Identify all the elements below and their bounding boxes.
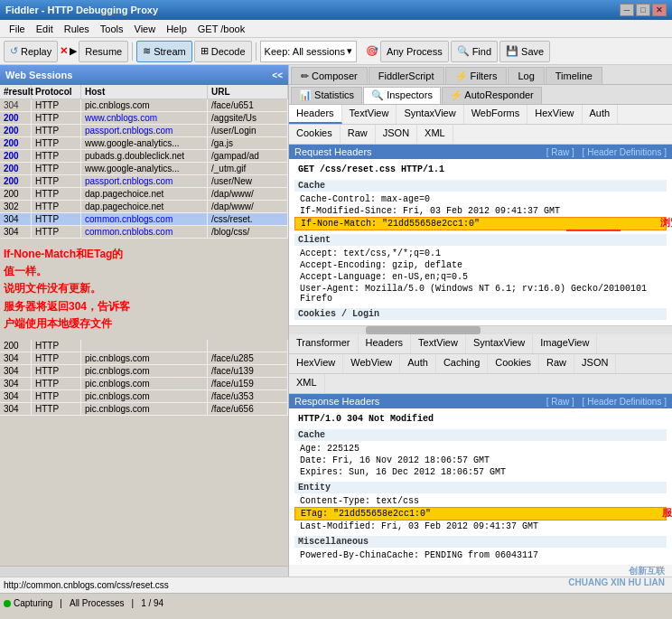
request-headers-content[interactable]: GET /css/reset.css HTTP/1.1 Cache Cache-… xyxy=(289,159,672,325)
table-row[interactable]: 304 HTTP pic.cnblogs.com /face/u159 xyxy=(0,378,288,390)
web-sessions-title: Web Sessions xyxy=(5,70,72,80)
annotation-line1: If-None-Match和ETag的 xyxy=(4,246,285,263)
table-row[interactable]: 304 HTTP common.cnblogs.com /css/reset. xyxy=(0,213,288,226)
col-protocol: Protocol xyxy=(32,85,81,98)
req-tab-webforms[interactable]: WebForms xyxy=(464,105,528,124)
response-headers-content[interactable]: HTTP/1.0 304 Not Modified Cache Age: 225… xyxy=(289,408,672,577)
table-row[interactable]: 302 HTTP dap.pagechoice.net /dap/www/ xyxy=(0,201,288,213)
toolbar-separator-1 xyxy=(132,42,133,61)
trans-tab-cookies[interactable]: Cookies xyxy=(488,354,539,373)
response-raw-link[interactable]: [ Raw ] xyxy=(546,397,574,407)
menu-view[interactable]: View xyxy=(129,22,162,36)
req-scrollbar-thumb[interactable] xyxy=(366,326,481,334)
request-raw-link[interactable]: [ Raw ] xyxy=(546,147,574,157)
accept-encoding-line: Accept-Encoding: gzip, deflate xyxy=(294,259,667,271)
status-dot xyxy=(4,600,11,607)
req-scrollbar[interactable] xyxy=(289,325,672,334)
table-row[interactable]: 200 HTTP passport.cnblogs.com /user/New xyxy=(0,175,288,188)
table-row[interactable]: 200 HTTP www.google-analytics... /ga.js xyxy=(0,137,288,150)
replay-button[interactable]: ↺ Replay xyxy=(4,41,58,62)
table-row[interactable]: 200 HTTP www.cnblogs.com /aggsite/Us xyxy=(0,112,288,125)
req-tab-auth[interactable]: Auth xyxy=(583,105,619,124)
trans-tab-hexview[interactable]: HexView xyxy=(289,354,343,373)
menu-help[interactable]: Help xyxy=(161,22,192,36)
response-status-line: HTTP/1.0 304 Not Modified xyxy=(294,412,667,426)
horizontal-scrollbar[interactable] xyxy=(0,566,288,577)
tab-timeline[interactable]: Timeline xyxy=(546,67,602,84)
table-row[interactable]: 200 HTTP xyxy=(0,340,288,352)
title-bar: Fiddler - HTTP Debugging Proxy ─ □ ✕ xyxy=(0,0,672,20)
tab-inspectors[interactable]: 🔍 Inspectors xyxy=(363,87,441,104)
menu-rules[interactable]: Rules xyxy=(59,22,95,36)
table-row[interactable]: 304 HTTP pic.cnblogs.com /face/u353 xyxy=(0,390,288,403)
trans-tab-xml[interactable]: XML xyxy=(289,374,325,393)
req-tab-xml[interactable]: XML xyxy=(417,125,453,144)
keep-sessions-chevron: ▾ xyxy=(347,45,352,57)
sessions-table: #result Protocol Host URL 304 HTTP pic.c… xyxy=(0,85,288,566)
col-result: #result xyxy=(0,85,32,98)
menu-file[interactable]: File xyxy=(4,22,31,36)
tab-autoresponder[interactable]: ⚡ AutoResponder xyxy=(442,87,542,104)
request-header-definitions-link[interactable]: [ Header Definitions ] xyxy=(583,147,667,157)
status-bar: Capturing | All Processes | 1 / 94 xyxy=(0,593,672,613)
trans-tab-auth[interactable]: Auth xyxy=(400,354,436,373)
table-row[interactable]: 304 HTTP pic.cnblogs.com /face/u651 xyxy=(0,99,288,112)
tab-log[interactable]: Log xyxy=(508,67,544,84)
req-tab-headers[interactable]: Headers xyxy=(289,105,342,124)
minimize-btn[interactable]: ─ xyxy=(620,4,634,16)
trans-tab-webview[interactable]: WebView xyxy=(343,354,400,373)
req-tab-syntaxview[interactable]: SyntaxView xyxy=(397,105,463,124)
main-tabs: ✏ Composer FiddlerScript ⚡ Filters Log T… xyxy=(289,65,672,85)
inspectors-icon: 🔍 xyxy=(371,89,384,100)
trans-tab-syntaxview[interactable]: SyntaxView xyxy=(466,334,533,353)
table-row[interactable]: 200 HTTP pubads.g.doubleclick.net /gampa… xyxy=(0,150,288,163)
any-process-button[interactable]: Any Process xyxy=(380,41,449,62)
menu-edit[interactable]: Edit xyxy=(31,22,59,36)
trans-tab-headers[interactable]: Headers xyxy=(359,334,412,353)
table-row[interactable]: 200 HTTP www.google-analytics... /_utm.g… xyxy=(0,163,288,175)
close-btn[interactable]: ✕ xyxy=(652,4,667,16)
table-row[interactable]: 200 HTTP dap.pagechoice.net /dap/www/ xyxy=(0,188,288,201)
menu-tools[interactable]: Tools xyxy=(95,22,129,36)
trans-tab-textview[interactable]: TextView xyxy=(411,334,466,353)
table-row[interactable]: 304 HTTP pic.cnblogs.com /face/u656 xyxy=(0,403,288,416)
table-row[interactable]: 304 HTTP pic.cnblogs.com /face/u285 xyxy=(0,352,288,365)
req-tab-cookies[interactable]: Cookies xyxy=(289,125,341,144)
req-tab-json[interactable]: JSON xyxy=(376,125,417,144)
save-button[interactable]: 💾 Save xyxy=(499,41,550,62)
maximize-btn[interactable]: □ xyxy=(636,4,650,16)
find-button[interactable]: 🔍 Find xyxy=(451,41,498,62)
transformer-tabs-3: XML xyxy=(289,374,672,394)
age-line: Age: 225125 xyxy=(294,443,667,455)
table-row[interactable]: 304 HTTP common.cnblobs.com /blog/css/ xyxy=(0,226,288,239)
keep-sessions-dropdown[interactable]: Keep: All sessions ▾ xyxy=(260,41,357,62)
menu-get-book[interactable]: GET /book xyxy=(192,22,250,36)
annotation-text: If-None-Match和ETag的 值一样。 说明文件没有更新。 服务器将返… xyxy=(0,239,288,340)
tab-composer[interactable]: ✏ Composer xyxy=(291,67,368,84)
trans-tab-imageview[interactable]: ImageView xyxy=(533,334,597,353)
watermark-line2: CHUANG XIN HU LIAN xyxy=(568,577,665,587)
stream-button[interactable]: ≋ Stream xyxy=(136,41,191,62)
resume-button[interactable]: Resume xyxy=(79,41,128,62)
table-row[interactable]: 304 HTTP pic.cnblogs.com /face/u139 xyxy=(0,365,288,378)
trans-tab-raw[interactable]: Raw xyxy=(539,354,574,373)
req-tab-hexview[interactable]: HexView xyxy=(527,105,582,124)
right-panel: ✏ Composer FiddlerScript ⚡ Filters Log T… xyxy=(289,65,672,577)
collapse-button[interactable]: << xyxy=(272,70,283,80)
request-sub-tabs-2: Cookies Raw JSON XML xyxy=(289,125,672,145)
trans-tab-json[interactable]: JSON xyxy=(574,354,616,373)
trans-tab-transformer[interactable]: Transformer xyxy=(289,334,359,353)
toolbar-arrow-icon: ▶ xyxy=(70,45,77,57)
toolbar: ↺ Replay ✕ ▶ Resume ≋ Stream ⊞ Decode Ke… xyxy=(0,38,672,65)
tab-fiddler-script[interactable]: FiddlerScript xyxy=(369,67,444,84)
decode-button[interactable]: ⊞ Decode xyxy=(194,41,252,62)
req-tab-textview[interactable]: TextView xyxy=(342,105,397,124)
req-tab-raw[interactable]: Raw xyxy=(341,125,376,144)
table-row[interactable]: 200 HTTP passport.cnblogs.com /user/Logi… xyxy=(0,125,288,137)
tab-statistics[interactable]: 📊 Statistics xyxy=(291,87,362,104)
response-header-definitions-link[interactable]: [ Header Definitions ] xyxy=(583,397,667,407)
replay-label: Replay xyxy=(21,46,51,57)
trans-tab-caching[interactable]: Caching xyxy=(436,354,488,373)
tab-filters[interactable]: ⚡ Filters xyxy=(445,67,508,84)
annotation-line3: 说明文件没有更新。 xyxy=(4,280,285,297)
